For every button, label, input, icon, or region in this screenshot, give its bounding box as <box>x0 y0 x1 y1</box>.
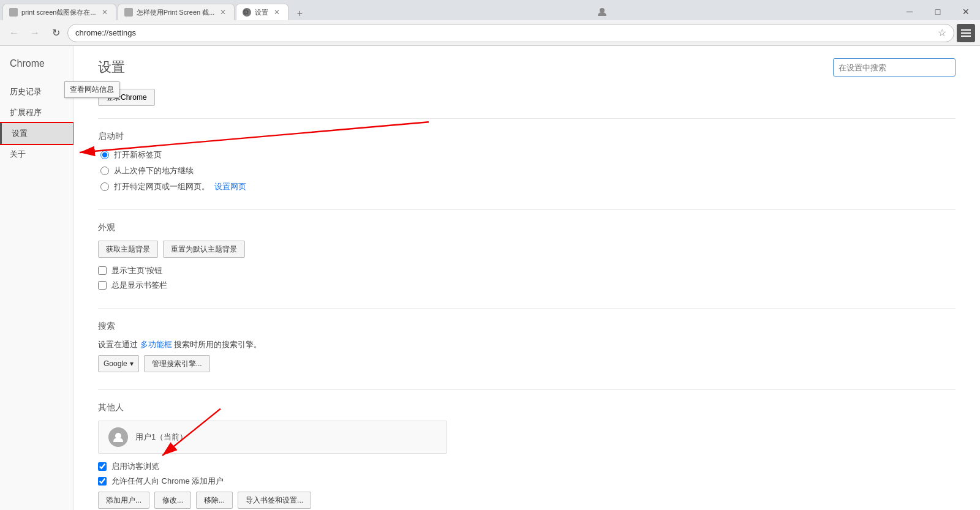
settings-header: 设置 <box>98 58 956 77</box>
sidebar-item-about[interactable]: 关于 <box>0 144 73 165</box>
page-content: 查看网站信息 Chrome 历史记录 扩展程序 设置 关于 设置 <box>0 46 980 510</box>
user-action-buttons: 添加用户... 修改... 移除... 导入书签和设置... <box>98 492 956 509</box>
close-button[interactable]: ✕ <box>952 4 980 20</box>
title-bar: print screen截图保存在... ✕ 怎样使用Print Screen … <box>0 0 980 20</box>
startup-radio-specific[interactable] <box>100 182 109 191</box>
tab2-close[interactable]: ✕ <box>218 7 228 17</box>
sidebar-item-extensions[interactable]: 扩展程序 <box>0 102 73 123</box>
tab1-favicon <box>9 8 18 17</box>
settings-main: 设置 登录Chrome 启动时 打开新标签页 从上次停下的地方 <box>74 46 980 510</box>
search-desc-prefix: 设置在通过 <box>98 340 138 349</box>
startup-radio-group: 打开新标签页 从上次停下的地方继续 打开特定网页或一组网页。 设置网页 <box>100 149 956 192</box>
bookmark-star-icon[interactable]: ☆ <box>938 27 946 39</box>
divider-2 <box>98 209 956 210</box>
divider-3 <box>98 308 956 309</box>
startup-label-specific: 打开特定网页或一组网页。 <box>114 181 209 192</box>
tab3-close[interactable]: ✕ <box>272 7 282 17</box>
allow-add-user-checkbox-item[interactable]: 允许任何人向 Chrome 添加用户 <box>98 476 956 487</box>
tab1-label: print screen截图保存在... <box>21 8 96 17</box>
tab2-favicon <box>124 8 133 17</box>
svg-rect-2 <box>961 32 971 34</box>
others-section: 其他人 用户1（当前） 启用访客浏览 允许任何人向 Chrome 添加用户 添加 <box>98 402 956 509</box>
show-bookmarks-checkbox[interactable] <box>98 281 107 290</box>
import-bookmarks-button[interactable]: 导入书签和设置... <box>238 492 311 509</box>
search-engine-dropdown-icon: ▾ <box>130 359 134 368</box>
sidebar: Chrome 历史记录 扩展程序 设置 关于 <box>0 46 74 510</box>
user-card: 用户1（当前） <box>98 421 447 454</box>
sidebar-item-settings[interactable]: 设置 <box>0 123 73 144</box>
search-desc-suffix: 搜索时所用的搜索引擎。 <box>174 340 262 349</box>
user-name-label: 用户1（当前） <box>135 432 187 443</box>
page-title: 设置 <box>98 58 125 77</box>
startup-label-new-tab: 打开新标签页 <box>114 149 162 160</box>
startup-option-specific[interactable]: 打开特定网页或一组网页。 设置网页 <box>100 181 956 192</box>
appearance-title: 外观 <box>98 222 956 233</box>
startup-set-pages-link[interactable]: 设置网页 <box>214 181 246 192</box>
nav-bar: ← → ↻ chrome://settings ☆ <box>0 20 980 46</box>
search-section-title: 搜索 <box>98 321 956 332</box>
guest-browse-checkbox[interactable] <box>98 462 107 471</box>
window-controls: ─ □ ✕ <box>895 4 980 20</box>
svg-rect-3 <box>961 36 971 37</box>
allow-add-user-label: 允许任何人向 Chrome 添加用户 <box>111 476 224 487</box>
address-bar[interactable]: chrome://settings ☆ <box>67 24 954 42</box>
search-engine-label: Google <box>104 359 127 368</box>
search-engine-select[interactable]: Google ▾ <box>98 355 139 372</box>
tab3-favicon: ⚙ <box>243 8 251 17</box>
startup-title: 启动时 <box>98 131 956 142</box>
reload-button[interactable]: ↻ <box>47 24 65 42</box>
startup-label-continue: 从上次停下的地方继续 <box>114 165 194 176</box>
minimize-button[interactable]: ─ <box>895 4 924 20</box>
startup-option-new-tab[interactable]: 打开新标签页 <box>100 149 956 160</box>
allow-add-user-checkbox[interactable] <box>98 477 107 486</box>
site-info-tooltip: 查看网站信息 <box>64 81 119 98</box>
startup-radio-new-tab[interactable] <box>100 151 109 159</box>
back-button[interactable]: ← <box>5 24 23 42</box>
tab-1[interactable]: print screen截图保存在... ✕ <box>2 4 116 20</box>
tab-2[interactable]: 怎样使用Print Screen 截... ✕ <box>118 4 235 20</box>
svg-rect-1 <box>961 29 971 31</box>
search-section: 搜索 设置在通过 多功能框 搜索时所用的搜索引擎。 Google ▾ 管理搜索引… <box>98 321 956 372</box>
show-home-label: 显示'主页'按钮 <box>111 265 162 276</box>
others-title: 其他人 <box>98 402 956 413</box>
startup-section: 启动时 打开新标签页 从上次停下的地方继续 打开特定网页或一组网页。 设置网页 <box>98 131 956 192</box>
address-text: chrome://settings <box>75 28 934 37</box>
maximize-button[interactable]: □ <box>924 4 952 20</box>
show-bookmarks-label: 总是显示书签栏 <box>111 280 167 291</box>
guest-browse-checkbox-item[interactable]: 启用访客浏览 <box>98 461 956 472</box>
show-home-checkbox-item[interactable]: 显示'主页'按钮 <box>98 265 956 276</box>
user-profile-button[interactable] <box>593 4 611 20</box>
edit-user-button[interactable]: 修改... <box>154 492 191 509</box>
signin-section: 登录Chrome <box>98 89 956 106</box>
reset-theme-button[interactable]: 重置为默认主题背景 <box>163 241 245 258</box>
appearance-section: 外观 获取主题背景 重置为默认主题背景 显示'主页'按钮 总是显示书签栏 <box>98 222 956 291</box>
add-user-button[interactable]: 添加用户... <box>98 492 149 509</box>
tab-3[interactable]: ⚙ 设置 ✕ <box>236 4 288 20</box>
search-description: 设置在通过 多功能框 搜索时所用的搜索引擎。 <box>98 339 956 350</box>
tab2-label: 怎样使用Print Screen 截... <box>137 8 215 17</box>
chrome-menu-button[interactable] <box>957 24 975 42</box>
tab3-label: 设置 <box>255 8 268 17</box>
divider-4 <box>98 389 956 390</box>
sidebar-item-history[interactable]: 历史记录 <box>0 81 73 102</box>
guest-browse-label: 启用访客浏览 <box>111 461 159 472</box>
startup-option-continue[interactable]: 从上次停下的地方继续 <box>100 165 956 176</box>
new-tab-button[interactable]: + <box>291 7 308 20</box>
tab1-close[interactable]: ✕ <box>100 7 110 17</box>
search-engine-row: Google ▾ 管理搜索引擎... <box>98 355 956 372</box>
user-avatar <box>108 427 128 447</box>
omnibox-link[interactable]: 多功能框 <box>140 340 172 349</box>
browser-window: print screen截图保存在... ✕ 怎样使用Print Screen … <box>0 0 980 510</box>
startup-radio-continue[interactable] <box>100 167 109 175</box>
search-input[interactable] <box>833 58 956 77</box>
divider-1 <box>98 118 956 119</box>
show-bookmarks-checkbox-item[interactable]: 总是显示书签栏 <box>98 280 956 291</box>
get-theme-button[interactable]: 获取主题背景 <box>98 241 158 258</box>
show-home-checkbox[interactable] <box>98 266 107 275</box>
theme-buttons: 获取主题背景 重置为默认主题背景 <box>98 241 956 258</box>
manage-search-engines-button[interactable]: 管理搜索引擎... <box>144 355 210 372</box>
delete-user-button[interactable]: 移除... <box>196 492 233 509</box>
forward-button[interactable]: → <box>26 24 44 42</box>
sidebar-brand: Chrome <box>0 52 73 81</box>
svg-point-0 <box>600 8 605 13</box>
